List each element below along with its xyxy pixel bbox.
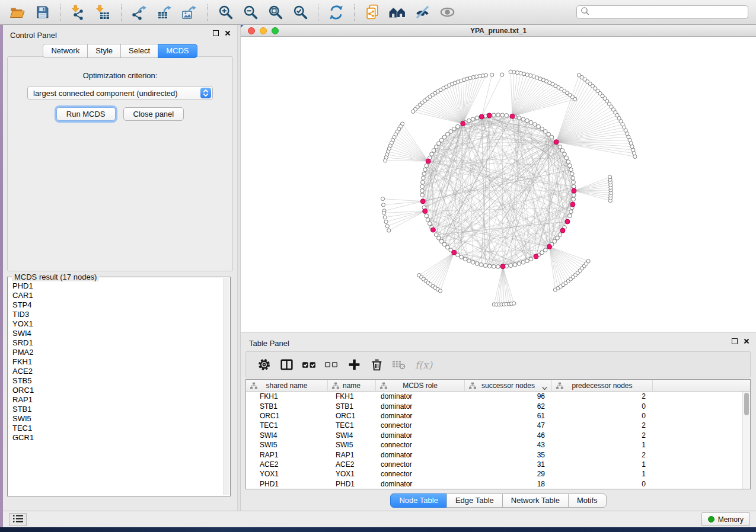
satellite-node[interactable] (385, 225, 389, 228)
save-icon[interactable] (32, 2, 52, 23)
network-node[interactable] (537, 124, 541, 129)
network-node[interactable] (572, 193, 576, 197)
network-node[interactable] (425, 164, 429, 168)
mcds-hub-node[interactable] (570, 202, 575, 207)
satellite-node[interactable] (381, 203, 385, 207)
tab-node-table[interactable]: Node Table (390, 493, 447, 508)
close-table-panel-icon[interactable] (744, 338, 749, 344)
network-node[interactable] (529, 120, 533, 124)
network-node[interactable] (558, 145, 562, 149)
satellite-node[interactable] (384, 220, 388, 223)
zoom-in-icon[interactable] (215, 2, 235, 23)
network-node[interactable] (437, 142, 441, 146)
network-node[interactable] (517, 116, 521, 120)
table-row[interactable]: FKH1FKH1dominator962 (246, 392, 742, 401)
satellite-node[interactable] (384, 159, 387, 162)
network-node[interactable] (467, 118, 471, 123)
export-table-icon[interactable] (154, 2, 174, 23)
network-node[interactable] (475, 262, 479, 266)
mcds-result-item[interactable]: PMA2 (12, 348, 222, 357)
table-row[interactable]: TEC1TEC1connector472 (246, 421, 742, 430)
network-node[interactable] (513, 263, 517, 267)
column-header-predecessor-nodes[interactable]: predecessor nodes (552, 380, 653, 391)
close-panel-icon[interactable] (225, 30, 231, 36)
satellite-node[interactable] (608, 175, 612, 179)
float-panel-icon[interactable] (213, 30, 219, 36)
network-node[interactable] (428, 222, 432, 226)
export-network-icon[interactable] (129, 2, 149, 23)
minimize-window-icon[interactable] (260, 27, 267, 34)
network-node[interactable] (492, 113, 496, 117)
criterion-dropdown[interactable]: largest connected component (undirected) (27, 86, 213, 100)
table-row[interactable]: STB1STB1dominator620 (246, 401, 742, 411)
network-node[interactable] (439, 138, 444, 142)
mcds-hub-node[interactable] (554, 140, 559, 145)
mcds-hub-node[interactable] (572, 188, 576, 193)
export-image-icon[interactable] (179, 2, 199, 23)
import-table-icon[interactable] (93, 2, 113, 23)
network-node[interactable] (521, 117, 525, 121)
network-node[interactable] (422, 176, 426, 180)
mcds-hub-node[interactable] (479, 114, 484, 119)
run-mcds-button[interactable]: Run MCDS (56, 107, 116, 121)
satellite-node[interactable] (586, 259, 590, 263)
table-row[interactable]: SWI4SWI4dominator462 (246, 431, 742, 440)
mcds-hub-node[interactable] (510, 114, 515, 118)
network-node[interactable] (564, 156, 569, 160)
network-node[interactable] (420, 185, 425, 189)
export-to-web-icon[interactable] (362, 2, 382, 23)
network-node[interactable] (547, 132, 551, 136)
mcds-result-item[interactable]: STP4 (12, 300, 222, 310)
network-node[interactable] (540, 127, 544, 131)
mcds-result-item[interactable]: PHD1 (12, 281, 222, 291)
network-node[interactable] (463, 257, 467, 261)
network-node[interactable] (569, 210, 573, 214)
network-node[interactable] (420, 193, 425, 197)
search-input[interactable] (592, 8, 744, 17)
network-node[interactable] (540, 251, 544, 255)
add-column-icon[interactable] (345, 355, 363, 374)
network-node[interactable] (572, 185, 576, 189)
satellite-node[interactable] (512, 302, 516, 305)
mcds-hub-node[interactable] (426, 159, 430, 164)
network-node[interactable] (434, 145, 438, 149)
show-graphics-details-icon[interactable] (437, 2, 457, 23)
network-node[interactable] (563, 152, 567, 156)
satellite-node[interactable] (490, 73, 494, 76)
close-panel-button[interactable]: Close panel (123, 107, 184, 121)
tab-mcds[interactable]: MCDS (158, 44, 197, 58)
network-window-titlebar[interactable]: YPA_prune.txt_1 (241, 25, 756, 37)
column-header-name[interactable]: name (328, 380, 376, 391)
mcds-result-item[interactable]: ACE2 (12, 367, 222, 376)
satellite-node[interactable] (438, 289, 442, 293)
network-node[interactable] (437, 236, 441, 241)
mcds-result-item[interactable]: RAP1 (12, 395, 222, 405)
tab-select[interactable]: Select (120, 44, 158, 58)
satellite-node[interactable] (381, 197, 384, 201)
open-folder-icon[interactable] (7, 2, 27, 23)
network-node[interactable] (434, 233, 438, 237)
network-node[interactable] (572, 180, 576, 184)
mcds-hub-node[interactable] (560, 228, 565, 233)
mcds-hub-node[interactable] (565, 219, 570, 224)
deselect-all-checkboxes-icon[interactable] (323, 355, 340, 374)
mcds-hub-node[interactable] (547, 244, 552, 249)
network-node[interactable] (529, 257, 533, 261)
table-scrollbar-thumb[interactable] (744, 393, 749, 415)
network-node[interactable] (442, 242, 446, 246)
mcds-result-item[interactable]: ORC1 (12, 386, 222, 395)
network-houses-icon[interactable] (387, 2, 407, 23)
table-row[interactable]: YOX1YOX1connector291 (246, 469, 742, 479)
mcds-result-item[interactable]: TID3 (12, 310, 222, 319)
network-node[interactable] (475, 116, 479, 120)
tab-motifs[interactable]: Motifs (568, 493, 607, 508)
delete-column-icon[interactable] (368, 355, 385, 374)
table-scrollbar[interactable] (742, 392, 750, 489)
network-node[interactable] (445, 245, 449, 249)
network-node[interactable] (509, 264, 513, 268)
network-node[interactable] (505, 114, 509, 118)
result-scrollbar[interactable] (224, 278, 229, 495)
column-header-shared-name[interactable]: shared name (246, 380, 328, 391)
network-node[interactable] (449, 130, 453, 134)
mcds-hub-node[interactable] (452, 250, 457, 255)
